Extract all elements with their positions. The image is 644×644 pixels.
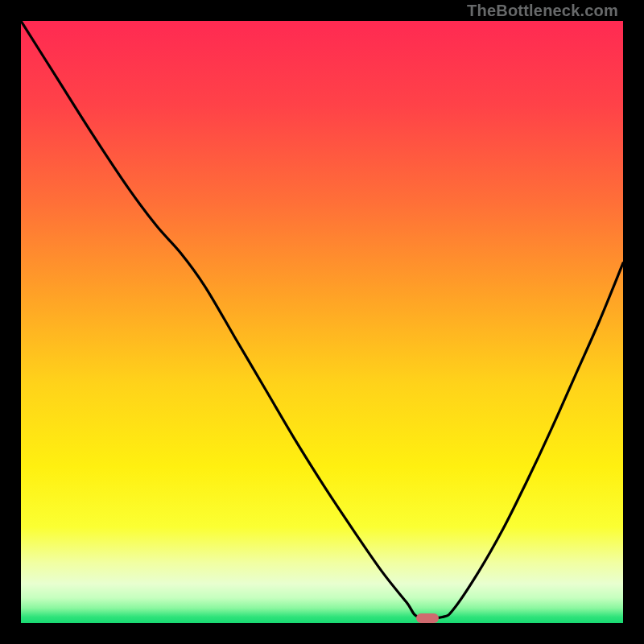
background-gradient (21, 21, 623, 623)
plot-area (21, 21, 623, 623)
chart-frame (21, 21, 623, 623)
watermark-text: TheBottleneck.com (467, 2, 618, 20)
sweet-spot-marker (416, 613, 439, 623)
svg-rect-0 (21, 21, 623, 623)
